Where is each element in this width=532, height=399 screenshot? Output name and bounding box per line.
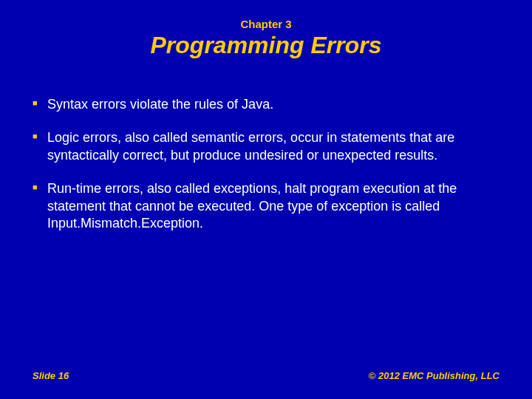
list-item: Run-time errors, also called exceptions,… <box>33 180 499 232</box>
list-item: Syntax errors violate the rules of Java. <box>33 96 499 113</box>
bullet-list: Syntax errors violate the rules of Java.… <box>33 96 499 232</box>
slide-footer: Slide 16 © 2012 EMC Publishing, LLC <box>0 370 532 381</box>
slide-content: Syntax errors violate the rules of Java.… <box>0 96 532 232</box>
slide-title: Programming Errors <box>0 30 532 96</box>
chapter-label: Chapter 3 <box>0 0 532 30</box>
list-item: Logic errors, also called semantic error… <box>33 129 499 164</box>
copyright: © 2012 EMC Publishing, LLC <box>369 370 499 381</box>
slide-number: Slide 16 <box>33 370 69 381</box>
